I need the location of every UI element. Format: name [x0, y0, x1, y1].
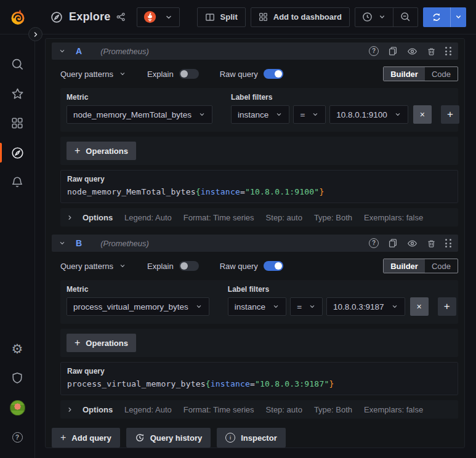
explain-toggle[interactable]	[179, 69, 199, 79]
datasource-picker[interactable]	[137, 7, 180, 27]
top-navbar: Explore	[0, 0, 476, 34]
sidebar-item-dashboards[interactable]	[0, 108, 34, 138]
sidebar-item-configuration[interactable]: ⚙	[0, 334, 34, 363]
query-patterns-dropdown[interactable]: Query patterns	[60, 70, 126, 79]
chevron-down-icon	[272, 303, 280, 310]
token-string: "10.8.0.1:9100"	[245, 187, 319, 196]
label-filter-row: instance = 10.8.0.3:9187	[228, 297, 456, 316]
chevron-right-icon[interactable]	[67, 406, 73, 413]
options-row-a: Options Legend: Auto Format: Time series…	[60, 208, 458, 227]
options-toggle-label[interactable]: Options	[83, 213, 113, 222]
builder-option[interactable]: Builder	[384, 259, 425, 273]
hide-response-eye-icon[interactable]	[407, 46, 418, 57]
options-row-b: Options Legend: Auto Format: Time series…	[60, 400, 458, 419]
collapse-chevron-icon[interactable]	[58, 47, 66, 55]
raw-query-toggle[interactable]	[264, 261, 283, 271]
options-toggle-label[interactable]: Options	[83, 405, 113, 414]
label-name-select[interactable]: instance	[228, 297, 286, 316]
metric-select[interactable]: node_memory_MemTotal_bytes	[67, 105, 212, 124]
chevron-right-icon[interactable]	[67, 214, 73, 221]
raw-query-box-label: Raw query	[67, 367, 451, 376]
code-option[interactable]: Code	[425, 67, 458, 81]
query-header-a[interactable]: A (Prometheus) ?	[52, 42, 458, 60]
time-controls-group	[355, 7, 418, 27]
add-operation-button[interactable]: + Operations	[67, 142, 136, 160]
plus-icon: +	[447, 108, 453, 121]
sidebar-item-help[interactable]: ?	[0, 422, 34, 452]
code-option[interactable]: Code	[425, 259, 458, 273]
duplicate-query-icon[interactable]	[388, 238, 398, 248]
query-header-b[interactable]: B (Prometheus) ?	[52, 235, 458, 252]
builder-option[interactable]: Builder	[384, 67, 425, 81]
query-history-button[interactable]: Query history	[126, 428, 211, 448]
refresh-interval-dropdown[interactable]	[450, 7, 466, 27]
raw-query-box-b: Raw query process_virtual_memory_bytes{i…	[60, 362, 458, 395]
options-step: Step: auto	[266, 405, 302, 414]
chevron-down-icon	[164, 13, 173, 22]
sidebar-item-explore[interactable]	[0, 138, 34, 167]
query-patterns-dropdown[interactable]: Query patterns	[60, 262, 126, 271]
add-query-button[interactable]: + Add query	[52, 428, 120, 448]
chevron-down-icon	[119, 70, 126, 78]
add-filter-button[interactable]: +	[438, 297, 456, 316]
operator-select[interactable]: =	[290, 297, 323, 316]
dashboard-grid-icon	[259, 12, 268, 22]
remove-query-trash-icon[interactable]	[427, 239, 436, 248]
split-button[interactable]: Split	[197, 7, 246, 27]
add-filter-button[interactable]: +	[441, 105, 459, 124]
operator-value: =	[297, 302, 302, 311]
query-editor-b: Query patterns Explain Raw query Builder…	[60, 257, 458, 419]
sidebar-item-search[interactable]	[0, 49, 34, 79]
query-row-b: B (Prometheus) ?	[52, 235, 458, 419]
inspector-button[interactable]: i Inspector	[217, 428, 286, 448]
raw-query-code: process_virtual_memory_bytes{instance="1…	[67, 379, 451, 388]
raw-query-box-a: Raw query node_memory_MemTotal_bytes{ins…	[60, 170, 458, 203]
gear-icon: ⚙	[12, 342, 23, 355]
raw-query-toggle[interactable]	[264, 69, 283, 79]
query-ref-id: A	[76, 46, 82, 56]
remove-query-trash-icon[interactable]	[427, 47, 436, 56]
bell-icon	[11, 176, 23, 188]
remove-filter-button[interactable]: ×	[413, 105, 432, 124]
label-filters-label: Label filters	[231, 93, 459, 102]
sidebar-item-server-admin[interactable]	[0, 363, 34, 393]
star-icon	[11, 87, 24, 100]
explain-toggle[interactable]	[179, 261, 199, 271]
token-open-brace: {	[206, 379, 211, 388]
remove-filter-button[interactable]: ×	[410, 297, 429, 316]
metric-field-label: Metric	[67, 285, 209, 294]
query-help-icon[interactable]: ?	[369, 46, 379, 56]
sidebar-expand-button[interactable]	[28, 27, 42, 41]
grafana-logo-icon[interactable]	[9, 9, 26, 26]
label-value-select[interactable]: 10.8.0.3:9187	[326, 297, 405, 316]
zoom-out-button[interactable]	[393, 8, 418, 26]
chevron-down-icon	[312, 111, 319, 118]
metric-value: process_virtual_memory_bytes	[73, 302, 188, 311]
label-name-value: instance	[235, 302, 265, 311]
metric-select[interactable]: process_virtual_memory_bytes	[67, 297, 209, 316]
duplicate-query-icon[interactable]	[388, 46, 398, 56]
sidebar-item-profile[interactable]	[0, 393, 34, 422]
label-name-select[interactable]: instance	[231, 105, 289, 124]
collapse-chevron-icon[interactable]	[58, 239, 66, 247]
token-metric: node_memory_MemTotal_bytes	[67, 187, 196, 196]
sidebar-item-alerting[interactable]	[0, 167, 34, 197]
time-range-picker[interactable]	[355, 8, 393, 26]
run-query-button[interactable]	[423, 7, 450, 27]
query-datasource-hint: (Prometheus)	[100, 47, 149, 56]
share-icon[interactable]	[116, 12, 126, 22]
add-to-dashboard-button[interactable]: Add to dashboard	[251, 7, 350, 27]
query-row-a: A (Prometheus) ?	[52, 42, 458, 227]
query-help-icon[interactable]: ?	[369, 238, 379, 248]
sidebar-item-starred[interactable]	[0, 79, 34, 108]
add-operation-button[interactable]: + Operations	[67, 334, 136, 352]
chevron-down-icon	[391, 303, 398, 310]
plus-icon: +	[60, 433, 66, 443]
compass-icon	[11, 147, 24, 159]
drag-handle-icon[interactable]	[445, 47, 451, 55]
label-value-select[interactable]: 10.8.0.1:9100	[329, 105, 408, 124]
hide-response-eye-icon[interactable]	[407, 238, 418, 249]
active-indicator	[0, 143, 2, 163]
drag-handle-icon[interactable]	[445, 239, 451, 247]
operator-select[interactable]: =	[293, 105, 326, 124]
